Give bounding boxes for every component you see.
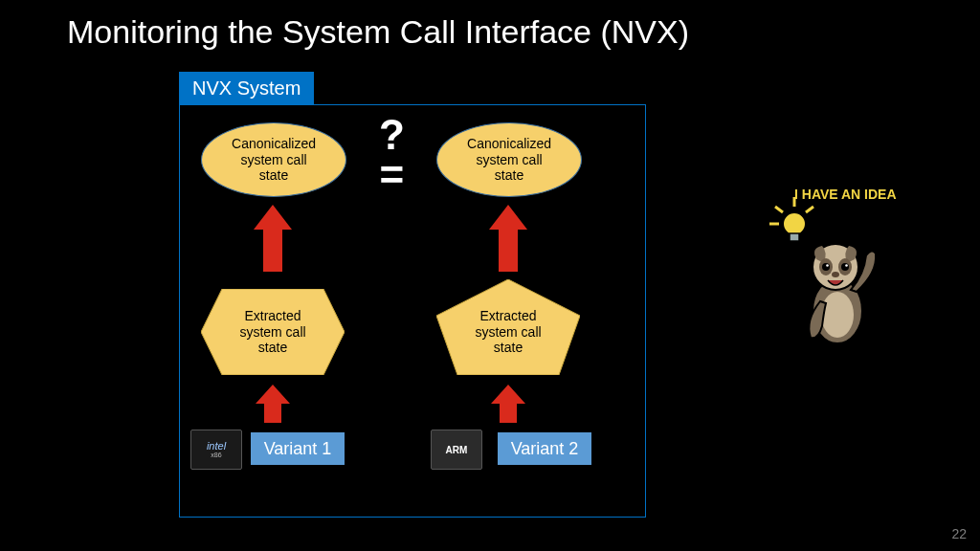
svg-point-18 [826, 264, 829, 267]
svg-marker-3 [489, 205, 527, 272]
right-arrow-up-large [489, 205, 527, 272]
intel-chip-icon: intel x86 [190, 430, 242, 470]
svg-marker-5 [491, 385, 525, 423]
right-extracted-label: Extracted system call state [436, 279, 580, 375]
svg-point-21 [832, 272, 839, 277]
svg-line-8 [806, 207, 813, 212]
left-arrow-up-small [256, 385, 290, 423]
arm-chip-icon: ARM [431, 430, 482, 470]
svg-point-10 [783, 212, 806, 235]
svg-point-13 [821, 292, 854, 338]
left-extracted-hexagon: Extracted system call state [201, 289, 345, 375]
nvx-system-label: NVX System [179, 72, 314, 105]
left-arrow-up-large [254, 205, 292, 272]
svg-line-7 [775, 207, 783, 212]
comparator-symbol: ? = [379, 115, 405, 195]
slide-number: 22 [951, 526, 967, 541]
right-canonicalized-ellipse: Canonicalized system call state [436, 122, 582, 197]
idea-text: I HAVE AN IDEA [794, 187, 897, 202]
svg-marker-0 [254, 205, 292, 272]
svg-point-19 [841, 263, 849, 271]
svg-point-20 [845, 264, 848, 267]
svg-marker-2 [256, 385, 290, 423]
variant-2-badge: Variant 2 [498, 432, 591, 465]
variant-1-badge: Variant 1 [251, 432, 345, 465]
left-extracted-label: Extracted system call state [201, 289, 345, 375]
svg-rect-11 [790, 233, 799, 241]
right-extracted-pentagon: Extracted system call state [436, 279, 580, 375]
slide-title: Monitoring the System Call Interface (NV… [67, 13, 689, 51]
right-arrow-up-small [491, 385, 525, 423]
left-canonicalized-ellipse: Canonicalized system call state [201, 122, 346, 197]
svg-point-17 [822, 263, 830, 271]
sloth-idea-cartoon: I HAVE AN IDEA [756, 182, 919, 354]
